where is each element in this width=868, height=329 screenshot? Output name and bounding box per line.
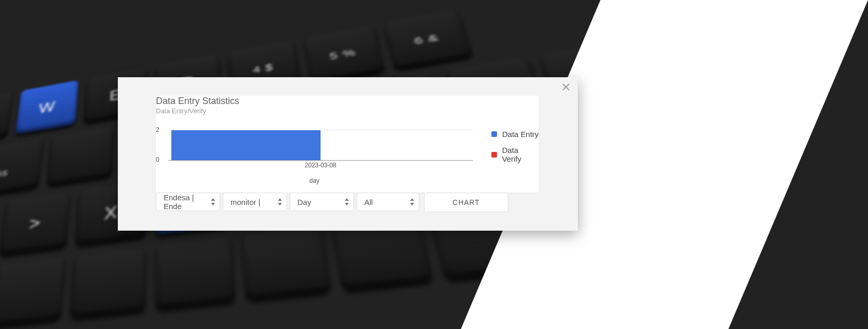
chart-xaxis-label: day xyxy=(309,177,319,184)
keyboard-key xyxy=(0,257,65,326)
card-title: Data Entry Statistics xyxy=(156,96,239,107)
keyboard-key: > xyxy=(0,192,70,255)
chart-legend: Data EntryData Verify xyxy=(491,130,539,163)
chart-plot-area xyxy=(168,130,473,161)
project-select[interactable]: Endesa | Ende xyxy=(156,193,220,211)
keyboard-key: Q xyxy=(0,92,13,146)
card-subtitle: Data Entry/Verify xyxy=(156,107,206,115)
filter-select[interactable]: All xyxy=(357,193,419,211)
select-arrows-icon xyxy=(211,198,215,205)
keyboard-key: 6 & xyxy=(384,9,473,70)
chart-ytick: 2 xyxy=(156,126,160,133)
chart-card: Data Entry Statistics Data Entry/Verify … xyxy=(156,96,539,193)
legend-item: Data Verify xyxy=(491,146,539,163)
filter-select-value: All xyxy=(364,198,373,206)
user-select-value: monitor | xyxy=(231,198,260,206)
keyboard-key xyxy=(241,225,331,300)
legend-label: Data Entry xyxy=(502,130,539,138)
keyboard-key xyxy=(155,236,235,309)
user-select[interactable]: monitor | xyxy=(223,193,287,211)
keyboard-key xyxy=(70,247,146,319)
close-icon xyxy=(562,83,570,91)
keyboard-key: W xyxy=(15,80,79,135)
legend-swatch xyxy=(491,152,497,158)
close-button[interactable] xyxy=(560,81,572,93)
keyboard-key: Bloq Mayús xyxy=(0,138,43,202)
chart: day 02 2023-03-08 xyxy=(156,130,473,170)
keyboard-key: 5 % xyxy=(304,25,384,84)
project-select-value: Endesa | Ende xyxy=(164,193,205,211)
legend-label: Data Verify xyxy=(502,146,539,163)
chart-xtick: 2023-03-08 xyxy=(305,162,336,169)
period-select-value: Day xyxy=(297,198,311,206)
chart-ytick: 0 xyxy=(156,156,160,163)
period-select[interactable]: Day xyxy=(290,193,354,211)
legend-item: Data Entry xyxy=(491,130,539,138)
statistics-modal: Data Entry Statistics Data Entry/Verify … xyxy=(118,77,578,231)
select-arrows-icon xyxy=(278,198,282,205)
select-arrows-icon xyxy=(345,198,349,205)
chart-button-label: CHART xyxy=(453,198,480,206)
chart-button[interactable]: CHART xyxy=(424,193,508,212)
chart-bar xyxy=(171,130,321,160)
select-arrows-icon xyxy=(410,198,414,205)
controls-row: Endesa | Ende monitor | Day All CHART xyxy=(156,193,508,212)
keyboard-key xyxy=(47,126,114,186)
legend-swatch xyxy=(491,131,497,137)
